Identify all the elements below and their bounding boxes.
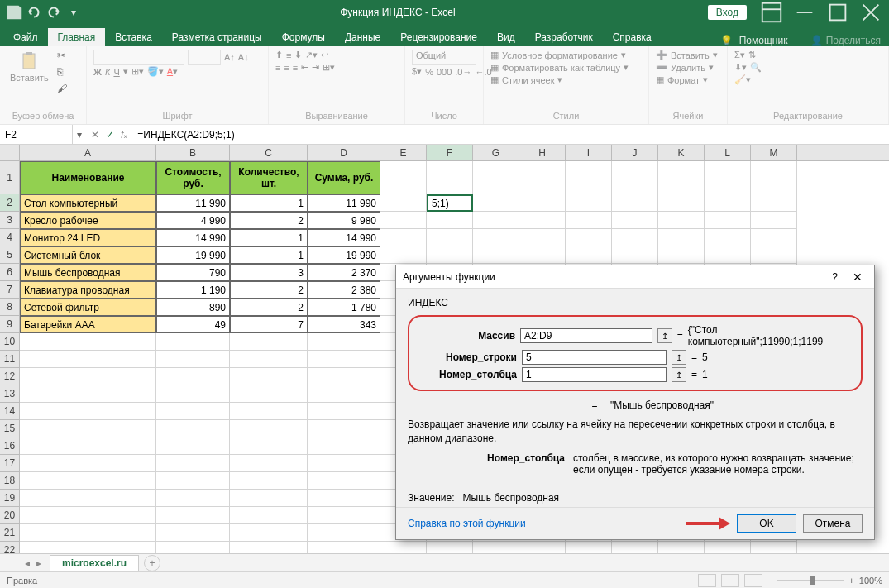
cell[interactable]	[566, 194, 612, 212]
cell[interactable]: Батарейки ААА	[20, 316, 156, 333]
cell[interactable]	[705, 246, 751, 264]
column-header[interactable]: C	[230, 145, 308, 160]
zoom-in-icon[interactable]: +	[848, 576, 853, 586]
cell[interactable]: 1 190	[156, 281, 230, 299]
cell[interactable]	[308, 437, 380, 455]
row-header[interactable]: 12	[0, 368, 20, 385]
cell[interactable]	[156, 420, 230, 437]
cell[interactable]	[308, 368, 380, 385]
copy-icon[interactable]: ⎘	[57, 66, 74, 81]
italic-button[interactable]: К	[105, 67, 110, 77]
cell[interactable]: Наименование	[20, 161, 156, 194]
cell[interactable]: Монитор 24 LED	[20, 229, 156, 246]
column-header[interactable]: L	[705, 145, 751, 160]
share-button[interactable]: 👤 Поделиться	[810, 35, 881, 46]
ribbon-options-icon[interactable]	[755, 0, 788, 25]
row-header[interactable]: 10	[0, 333, 20, 351]
assistant-button[interactable]: Помощник	[739, 35, 788, 46]
cell[interactable]	[20, 351, 156, 368]
row-header[interactable]: 8	[0, 299, 20, 316]
cell[interactable]	[612, 161, 658, 194]
cell[interactable]	[308, 385, 380, 403]
add-sheet-icon[interactable]: +	[144, 555, 160, 571]
indent-increase-icon[interactable]: ⇥	[312, 62, 319, 73]
sort-filter-icon[interactable]: ⇅	[748, 50, 756, 60]
cell[interactable]	[519, 194, 566, 212]
format-cells-button[interactable]: ▦Формат▾	[656, 74, 720, 85]
cell[interactable]	[20, 437, 156, 455]
cell[interactable]: 5;1)	[427, 194, 473, 212]
cell[interactable]	[20, 455, 156, 472]
tab-formulas[interactable]: Формулы	[272, 28, 335, 46]
tab-layout[interactable]: Разметка страницы	[162, 28, 272, 46]
cell[interactable]	[751, 194, 797, 212]
cell[interactable]	[308, 455, 380, 472]
cell[interactable]: 4 990	[156, 212, 230, 229]
qat-dropdown-icon[interactable]: ▾	[65, 3, 83, 22]
collapse-dialog-icon[interactable]: ↥	[672, 350, 686, 365]
cell[interactable]	[751, 212, 797, 229]
cell[interactable]	[20, 403, 156, 420]
cell[interactable]: 343	[308, 316, 380, 333]
select-all-corner[interactable]	[0, 145, 20, 160]
column-header[interactable]: A	[20, 145, 156, 160]
cell[interactable]	[658, 229, 705, 246]
cell[interactable]	[230, 351, 308, 368]
cell[interactable]	[566, 229, 612, 246]
cell[interactable]	[705, 161, 751, 194]
row-header[interactable]: 19	[0, 490, 20, 507]
cell[interactable]: 49	[156, 316, 230, 333]
maximize-icon[interactable]	[821, 0, 854, 25]
conditional-formatting-button[interactable]: ▦Условное форматирование▾	[490, 50, 642, 60]
row-header[interactable]: 1	[0, 161, 20, 194]
currency-icon[interactable]: $▾	[412, 66, 422, 77]
sheet-tab[interactable]: microexcel.ru	[50, 555, 139, 571]
cell[interactable]: 11 990	[156, 194, 230, 212]
cell[interactable]: Сумма, руб.	[308, 161, 380, 194]
collapse-dialog-icon[interactable]: ↥	[672, 367, 686, 382]
cell[interactable]	[20, 385, 156, 403]
cell[interactable]	[473, 246, 519, 264]
row-header[interactable]: 16	[0, 437, 20, 455]
cell[interactable]	[230, 385, 308, 403]
cell[interactable]: 14 990	[156, 229, 230, 246]
cell[interactable]	[20, 490, 156, 507]
row-header[interactable]: 6	[0, 264, 20, 281]
cell[interactable]: Количество, шт.	[230, 161, 308, 194]
cell[interactable]: 19 990	[156, 246, 230, 264]
number-format-selector[interactable]: Общий	[412, 50, 476, 65]
cell[interactable]	[658, 212, 705, 229]
cell[interactable]	[156, 385, 230, 403]
sheet-nav-next-icon[interactable]: ▸	[36, 557, 41, 569]
cell[interactable]	[230, 420, 308, 437]
login-button[interactable]: Вход	[708, 5, 747, 20]
collapse-dialog-icon[interactable]: ↥	[657, 328, 672, 343]
cell[interactable]	[380, 161, 427, 194]
column-header[interactable]: K	[658, 145, 705, 160]
cell[interactable]	[705, 212, 751, 229]
bold-button[interactable]: Ж	[93, 67, 102, 77]
cell[interactable]: 790	[156, 264, 230, 281]
cell[interactable]	[612, 246, 658, 264]
align-left-icon[interactable]: ≡	[275, 63, 280, 73]
cell[interactable]	[156, 455, 230, 472]
cell[interactable]: 1	[230, 246, 308, 264]
cell[interactable]	[230, 472, 308, 490]
increase-decimal-icon[interactable]: .0→	[455, 67, 471, 77]
tab-help[interactable]: Справка	[603, 28, 662, 46]
cell[interactable]: 9 980	[308, 212, 380, 229]
wrap-text-icon[interactable]: ↩	[321, 50, 328, 60]
cell[interactable]: 2	[230, 299, 308, 316]
indent-decrease-icon[interactable]: ⇤	[301, 62, 308, 73]
cell[interactable]	[230, 455, 308, 472]
function-help-link[interactable]: Справка по этой функции	[408, 518, 526, 529]
column-header[interactable]: I	[566, 145, 612, 160]
cell[interactable]	[230, 333, 308, 351]
save-icon[interactable]	[5, 3, 23, 22]
find-icon[interactable]: 🔍	[750, 62, 762, 73]
cell[interactable]	[612, 212, 658, 229]
sheet-nav-prev-icon[interactable]: ◂	[25, 557, 30, 569]
align-right-icon[interactable]: ≡	[293, 63, 298, 73]
cell[interactable]	[230, 403, 308, 420]
row-header[interactable]: 13	[0, 385, 20, 403]
